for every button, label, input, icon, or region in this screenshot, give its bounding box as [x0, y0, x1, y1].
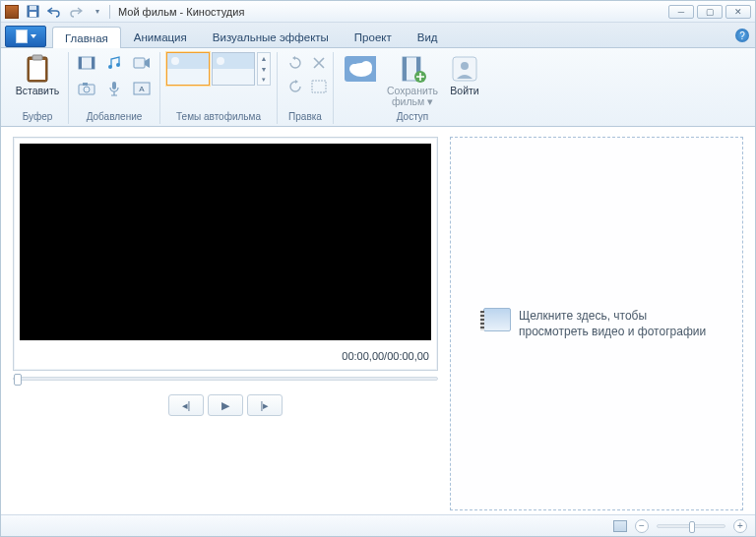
drop-hint-text: Щелкните здесь, чтобы просмотреть видео … — [519, 308, 710, 339]
add-video-button[interactable] — [75, 52, 98, 74]
autotheme-scroll[interactable]: ▲▼▾ — [257, 52, 271, 86]
ribbon: Вставить Буфер A Добавление — [1, 48, 755, 127]
film-save-icon — [397, 54, 428, 84]
qat-dropdown-icon[interactable]: ▾ — [90, 4, 105, 20]
zoom-slider[interactable] — [657, 524, 725, 528]
svg-rect-5 — [32, 55, 42, 60]
app-icon — [5, 5, 19, 19]
svg-text:A: A — [139, 85, 145, 93]
svg-rect-18 — [312, 81, 326, 92]
status-bar: − + — [1, 514, 755, 536]
login-button[interactable]: Войти — [444, 52, 485, 96]
zoom-in-button[interactable]: + — [733, 519, 747, 533]
svg-rect-4 — [30, 60, 45, 80]
timecode: 00:00,00/00:00,00 — [20, 340, 431, 366]
play-button[interactable]: ▶ — [208, 394, 243, 416]
view-mode-icon[interactable] — [613, 520, 627, 532]
svg-rect-1 — [30, 6, 36, 10]
title-bar: ▾ Мой фильм - Киностудия ─ ▢ ✕ — [1, 1, 755, 23]
preview-pane: 00:00,00/00:00,00 ◂| ▶ |▸ — [13, 137, 438, 510]
group-label-buffer: Буфер — [23, 110, 53, 124]
svg-rect-14 — [83, 83, 88, 86]
svg-point-22 — [360, 61, 372, 73]
group-label-access: Доступ — [397, 110, 429, 124]
close-button[interactable]: ✕ — [725, 5, 751, 19]
prev-frame-button[interactable]: ◂| — [168, 394, 204, 416]
group-access: Сохранитьфильм ▾ Войти Доступ — [334, 52, 491, 124]
tab-effects[interactable]: Визуальные эффекты — [200, 26, 342, 47]
clipboard-icon — [22, 54, 53, 84]
autotheme-thumb-2[interactable] — [212, 52, 255, 86]
app-window: ▾ Мой фильм - Киностудия ─ ▢ ✕ Главная А… — [0, 0, 756, 537]
window-title: Мой фильм - Киностудия — [118, 6, 244, 18]
chevron-down-icon — [31, 34, 36, 38]
group-add: A Добавление — [69, 52, 160, 124]
svg-rect-11 — [134, 58, 145, 68]
autotheme-thumb-1[interactable] — [166, 52, 210, 86]
zoom-out-button[interactable]: − — [635, 519, 649, 533]
minimize-button[interactable]: ─ — [668, 5, 694, 19]
redo-icon[interactable] — [68, 4, 84, 20]
group-label-add: Добавление — [87, 110, 143, 124]
svg-point-28 — [461, 62, 469, 70]
share-cloud-button[interactable] — [340, 52, 381, 84]
svg-point-9 — [108, 65, 112, 69]
undo-icon[interactable] — [46, 4, 62, 20]
select-all-button[interactable] — [307, 76, 331, 97]
group-buffer: Вставить Буфер — [7, 52, 69, 124]
add-narration-button[interactable] — [102, 78, 126, 99]
maximize-button[interactable]: ▢ — [697, 5, 723, 19]
save-movie-label: Сохранитьфильм ▾ — [387, 86, 438, 107]
svg-rect-7 — [79, 57, 82, 69]
login-label: Войти — [450, 86, 478, 96]
add-music-button[interactable] — [102, 52, 126, 74]
cloud-icon — [345, 54, 376, 84]
file-icon — [16, 30, 28, 43]
tab-home[interactable]: Главная — [52, 27, 121, 48]
group-autothemes: ▲▼▾ Темы автофильма — [160, 52, 278, 124]
svg-rect-2 — [30, 12, 36, 17]
add-snapshot-button[interactable] — [75, 78, 98, 99]
save-icon[interactable] — [25, 4, 40, 20]
add-title-button[interactable]: A — [130, 78, 154, 99]
svg-rect-8 — [92, 57, 94, 69]
playback-slider[interactable] — [13, 377, 438, 381]
svg-rect-24 — [403, 57, 407, 81]
svg-point-21 — [349, 64, 359, 74]
user-icon — [449, 54, 480, 84]
group-label-autothemes: Темы автофильма — [176, 110, 261, 124]
svg-point-10 — [116, 63, 120, 67]
add-webcam-button[interactable] — [130, 52, 154, 74]
preview-frame: 00:00,00/00:00,00 — [13, 137, 438, 371]
content-area: 00:00,00/00:00,00 ◂| ▶ |▸ Щелкните здесь… — [1, 127, 755, 514]
save-movie-button[interactable]: Сохранитьфильм ▾ — [385, 52, 440, 107]
transport-controls: ◂| ▶ |▸ — [13, 394, 438, 416]
paste-button[interactable]: Вставить — [13, 52, 62, 96]
tab-animation[interactable]: Анимация — [121, 26, 200, 47]
divider — [109, 5, 110, 19]
ribbon-tabs: Главная Анимация Визуальные эффекты Прое… — [1, 23, 755, 48]
svg-rect-15 — [112, 82, 116, 90]
group-label-edit: Правка — [288, 110, 322, 124]
tab-project[interactable]: Проект — [342, 26, 405, 47]
quick-access-toolbar: ▾ — [5, 4, 105, 20]
media-icon — [483, 308, 511, 331]
next-frame-button[interactable]: |▸ — [247, 394, 283, 416]
rotate-right-button[interactable] — [284, 76, 307, 97]
timeline-drop-area[interactable]: Щелкните здесь, чтобы просмотреть видео … — [450, 137, 743, 510]
paste-label: Вставить — [16, 86, 60, 96]
group-edit: Правка — [278, 52, 334, 124]
rotate-left-button[interactable] — [284, 52, 307, 74]
help-icon[interactable]: ? — [735, 29, 749, 42]
delete-button[interactable] — [307, 52, 331, 74]
tab-view[interactable]: Вид — [405, 26, 451, 47]
video-preview — [20, 144, 431, 340]
file-menu-button[interactable] — [5, 26, 46, 47]
